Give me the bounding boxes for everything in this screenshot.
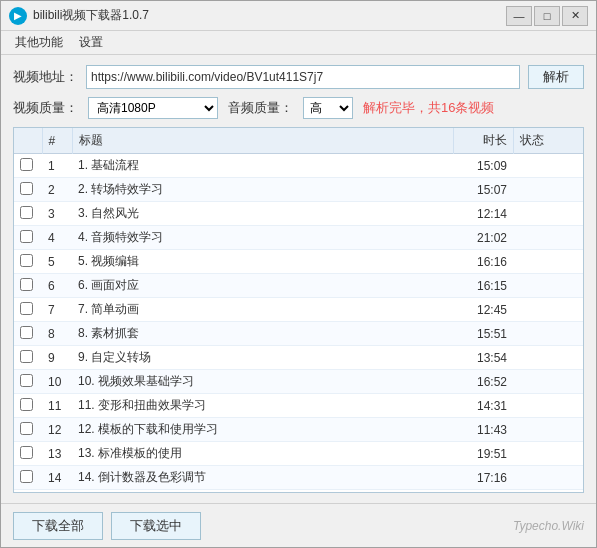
row-checkbox-cell[interactable] <box>14 226 42 250</box>
row-title: 12. 模板的下载和使用学习 <box>72 418 453 442</box>
menu-other-functions[interactable]: 其他功能 <box>7 32 71 53</box>
row-num: 2 <box>42 178 72 202</box>
row-checkbox-10[interactable] <box>20 374 33 387</box>
row-checkbox-cell[interactable] <box>14 346 42 370</box>
row-num: 7 <box>42 298 72 322</box>
footer-buttons: 下载全部 下载选中 <box>13 512 201 540</box>
row-status <box>513 418 583 442</box>
minimize-button[interactable]: — <box>506 6 532 26</box>
row-duration: 12:14 <box>453 202 513 226</box>
quality-row: 视频质量： 高清1080P 高清720P 清晰480P 流畅360P 音频质量：… <box>13 97 584 119</box>
row-title: 8. 素材抓套 <box>72 322 453 346</box>
row-checkbox-cell[interactable] <box>14 466 42 490</box>
row-num: 13 <box>42 442 72 466</box>
row-duration: 15:09 <box>453 154 513 178</box>
row-num: 10 <box>42 370 72 394</box>
table-row: 8 8. 素材抓套 15:51 <box>14 322 583 346</box>
row-checkbox-11[interactable] <box>20 398 33 411</box>
row-status <box>513 442 583 466</box>
row-title: 4. 音频特效学习 <box>72 226 453 250</box>
table-row: 4 4. 音频特效学习 21:02 <box>14 226 583 250</box>
table-header-row: # 标题 时长 状态 <box>14 128 583 154</box>
row-checkbox-8[interactable] <box>20 326 33 339</box>
table-row: 12 12. 模板的下载和使用学习 11:43 <box>14 418 583 442</box>
row-status <box>513 394 583 418</box>
close-button[interactable]: ✕ <box>562 6 588 26</box>
row-status <box>513 154 583 178</box>
row-title: 7. 简单动画 <box>72 298 453 322</box>
row-title: 3. 自然风光 <box>72 202 453 226</box>
row-title: 11. 变形和扭曲效果学习 <box>72 394 453 418</box>
row-checkbox-cell[interactable] <box>14 250 42 274</box>
row-title: 6. 画面对应 <box>72 274 453 298</box>
row-checkbox-cell[interactable] <box>14 178 42 202</box>
row-checkbox-cell[interactable] <box>14 274 42 298</box>
row-status <box>513 178 583 202</box>
row-status <box>513 226 583 250</box>
row-checkbox-7[interactable] <box>20 302 33 315</box>
row-duration: 16:16 <box>453 250 513 274</box>
audio-quality-select[interactable]: 高 中 低 <box>303 97 353 119</box>
row-title: 5. 视频编辑 <box>72 250 453 274</box>
table-row: 15 15. 传统与图形字幕 18:12 <box>14 490 583 494</box>
header-check <box>14 128 42 154</box>
row-checkbox-cell[interactable] <box>14 418 42 442</box>
url-row: 视频地址： 解析 <box>13 65 584 89</box>
row-duration: 12:45 <box>453 298 513 322</box>
row-duration: 18:12 <box>453 490 513 494</box>
window-controls: — □ ✕ <box>506 6 588 26</box>
row-status <box>513 298 583 322</box>
table-row: 2 2. 转场特效学习 15:07 <box>14 178 583 202</box>
row-duration: 19:51 <box>453 442 513 466</box>
row-checkbox-1[interactable] <box>20 158 33 171</box>
parse-button[interactable]: 解析 <box>528 65 584 89</box>
video-quality-select[interactable]: 高清1080P 高清720P 清晰480P 流畅360P <box>88 97 218 119</box>
row-checkbox-5[interactable] <box>20 254 33 267</box>
row-checkbox-cell[interactable] <box>14 202 42 226</box>
table-row: 10 10. 视频效果基础学习 16:52 <box>14 370 583 394</box>
row-checkbox-cell[interactable] <box>14 442 42 466</box>
row-title: 15. 传统与图形字幕 <box>72 490 453 494</box>
header-num: # <box>42 128 72 154</box>
download-all-button[interactable]: 下载全部 <box>13 512 103 540</box>
parse-result-text: 解析完毕，共16条视频 <box>363 99 494 117</box>
row-title: 2. 转场特效学习 <box>72 178 453 202</box>
menu-bar: 其他功能 设置 <box>1 31 596 55</box>
maximize-button[interactable]: □ <box>534 6 560 26</box>
row-checkbox-cell[interactable] <box>14 490 42 494</box>
row-checkbox-2[interactable] <box>20 182 33 195</box>
row-checkbox-cell[interactable] <box>14 394 42 418</box>
row-checkbox-3[interactable] <box>20 206 33 219</box>
row-duration: 11:43 <box>453 418 513 442</box>
row-checkbox-6[interactable] <box>20 278 33 291</box>
row-num: 11 <box>42 394 72 418</box>
row-checkbox-cell[interactable] <box>14 370 42 394</box>
row-status <box>513 466 583 490</box>
row-checkbox-cell[interactable] <box>14 298 42 322</box>
table-row: 3 3. 自然风光 12:14 <box>14 202 583 226</box>
row-title: 9. 自定义转场 <box>72 346 453 370</box>
row-checkbox-cell[interactable] <box>14 322 42 346</box>
row-checkbox-cell[interactable] <box>14 154 42 178</box>
row-checkbox-13[interactable] <box>20 446 33 459</box>
table-row: 7 7. 简单动画 12:45 <box>14 298 583 322</box>
row-checkbox-14[interactable] <box>20 470 33 483</box>
row-checkbox-9[interactable] <box>20 350 33 363</box>
row-status <box>513 202 583 226</box>
row-num: 5 <box>42 250 72 274</box>
row-checkbox-12[interactable] <box>20 422 33 435</box>
row-checkbox-4[interactable] <box>20 230 33 243</box>
row-num: 15 <box>42 490 72 494</box>
table-row: 5 5. 视频编辑 16:16 <box>14 250 583 274</box>
content-area: 视频地址： 解析 视频质量： 高清1080P 高清720P 清晰480P 流畅3… <box>1 55 596 503</box>
row-title: 13. 标准模板的使用 <box>72 442 453 466</box>
menu-settings[interactable]: 设置 <box>71 32 111 53</box>
download-selected-button[interactable]: 下载选中 <box>111 512 201 540</box>
row-num: 4 <box>42 226 72 250</box>
window-title: bilibili视频下载器1.0.7 <box>33 7 506 24</box>
table-row: 11 11. 变形和扭曲效果学习 14:31 <box>14 394 583 418</box>
url-input[interactable] <box>86 65 520 89</box>
table-row: 9 9. 自定义转场 13:54 <box>14 346 583 370</box>
app-icon: ▶ <box>9 7 27 25</box>
video-quality-label: 视频质量： <box>13 99 78 117</box>
